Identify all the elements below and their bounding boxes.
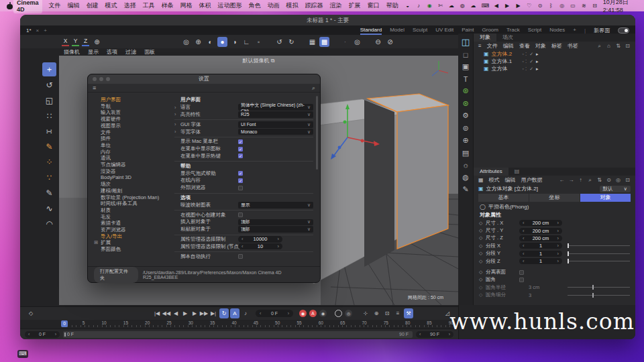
viewport-menu-item[interactable]: 显示 bbox=[88, 48, 99, 56]
next-key-icon[interactable]: ▶▶ bbox=[199, 308, 209, 318]
current-frame-spinner[interactable]: ‹ 0 F › bbox=[256, 310, 293, 317]
record-pla-icon[interactable]: ◎ bbox=[345, 310, 352, 317]
attribute-property-row[interactable]: ◇ 圆角半径 ‹ 3 cm › 3 cm bbox=[474, 284, 635, 291]
tree-item-label[interactable]: 输入装置 bbox=[101, 109, 121, 115]
wifi-icon[interactable]: ≋ bbox=[581, 3, 586, 9]
input-source-icon[interactable]: ⌨ bbox=[482, 3, 488, 9]
tree-item-label[interactable]: 文件 bbox=[101, 129, 111, 135]
layout-tab[interactable]: UV Edit bbox=[435, 25, 453, 35]
preferences-row[interactable]: 语言 简体中文 (Simple Chinese) (zh-CN) ∨ ‹ 简体中… bbox=[174, 104, 313, 111]
minimize-window-icon[interactable] bbox=[99, 77, 103, 81]
keyframe-dot-icon[interactable]: ◇ bbox=[479, 221, 486, 226]
preferences-tree-item[interactable]: 视图显示 bbox=[94, 123, 172, 129]
popout-icon[interactable]: ⊡ bbox=[625, 177, 631, 184]
attribute-property-row[interactable]: ◇ 尺寸 . X ‹ 200 cm › 200 cm bbox=[474, 219, 635, 227]
tree-item-label[interactable]: BodyPaint 3D bbox=[101, 174, 131, 180]
object-name[interactable]: 立方体.2 bbox=[492, 50, 520, 58]
menubar-item[interactable]: 窗口 bbox=[368, 1, 380, 10]
preferences-tree-item[interactable]: ⊞ 扩展 bbox=[94, 239, 172, 246]
record-scale-icon[interactable]: ◉ bbox=[319, 310, 327, 317]
menubar-item[interactable]: 角色 bbox=[249, 1, 261, 10]
menubar-item[interactable]: 工具 bbox=[143, 1, 155, 10]
tree-item-label[interactable]: 导入/导出 bbox=[101, 233, 122, 239]
tree-item-label[interactable]: 场次 bbox=[101, 181, 111, 187]
keyboard-icon[interactable]: ⌨ bbox=[17, 350, 28, 358]
tree-item-label[interactable]: 通讯 bbox=[101, 155, 111, 161]
timeline-ruler[interactable]: 0 051015202530354045505560657075808590 bbox=[20, 320, 458, 328]
spinner-right-icon[interactable]: › bbox=[557, 235, 559, 241]
keyframe-dot-icon[interactable]: ◇ bbox=[479, 259, 486, 264]
tracker-icon[interactable]: ⊚ bbox=[462, 124, 468, 133]
setting-checkbox[interactable] bbox=[238, 213, 243, 217]
attribute-property-row[interactable]: ◇ 尺寸 . Y ‹ 200 cm › 200 cm bbox=[474, 227, 635, 234]
om-menu-item[interactable]: 查看 bbox=[519, 42, 530, 50]
layout-tab[interactable]: Standard bbox=[360, 25, 382, 35]
axis-band2-icon[interactable]: ⊘ bbox=[385, 37, 395, 47]
spinner-right-icon[interactable]: › bbox=[278, 243, 280, 249]
dropdown-value[interactable]: UI Font bbox=[241, 122, 256, 127]
value-spinner[interactable]: ‹ 200 cm › bbox=[519, 228, 562, 234]
spinner-right-icon[interactable]: › bbox=[557, 228, 559, 234]
tag-flag-icon[interactable]: ▸ bbox=[536, 66, 539, 72]
spinner-left-icon[interactable]: ‹ bbox=[28, 332, 30, 337]
preferences-tree-item[interactable]: 资产浏览器 bbox=[94, 227, 172, 233]
visibility-dots-icon[interactable]: ◦ ⁚ bbox=[523, 52, 527, 57]
enabled-check-icon[interactable]: ✓ bbox=[529, 59, 533, 64]
search-icon[interactable]: ⌕ bbox=[596, 43, 602, 50]
menubar-item[interactable]: 编辑 bbox=[68, 1, 80, 10]
om-menu-item[interactable]: 文件 bbox=[487, 42, 498, 50]
preferences-tree-item[interactable]: 通讯 bbox=[94, 155, 172, 162]
close-tab-icon[interactable]: × bbox=[36, 27, 40, 34]
range-slider[interactable]: 0 F 90 F bbox=[63, 331, 413, 338]
record-auto-icon[interactable]: A bbox=[309, 310, 317, 317]
model-cubes-icon[interactable]: ⁘ bbox=[42, 155, 56, 169]
dropdown-value[interactable]: R25 bbox=[241, 112, 249, 117]
range-end-value[interactable]: 90 F bbox=[430, 332, 439, 337]
tab-objects[interactable]: 对象 bbox=[474, 34, 496, 42]
axis-band-icon[interactable]: ⊖ bbox=[373, 37, 383, 47]
tree-item-label[interactable]: 资产浏览器 bbox=[101, 227, 126, 233]
setting-checkbox[interactable] bbox=[238, 154, 243, 158]
visibility-dots-icon[interactable]: ◦ ⁚ bbox=[523, 66, 527, 72]
setting-spinner[interactable]: ‹ 10 › bbox=[238, 243, 282, 250]
preferences-tree-item[interactable]: 文件 bbox=[94, 129, 172, 136]
property-slider[interactable] bbox=[568, 245, 630, 246]
cube-icon[interactable]: ▣ bbox=[462, 62, 469, 71]
tab-takes[interactable]: 场次 bbox=[496, 34, 519, 42]
spinner-left-icon[interactable]: ‹ bbox=[523, 228, 525, 234]
spinner-left-icon[interactable]: ‹ bbox=[523, 243, 525, 249]
setting-dropdown[interactable]: 显示 ∨ bbox=[238, 202, 313, 208]
setting-dropdown[interactable]: UI Font ∨ bbox=[238, 121, 313, 128]
spinner-left-icon[interactable]: ‹ bbox=[241, 243, 244, 249]
preferences-row[interactable]: 在菜单中显示热键 ∨ ‹ › bbox=[174, 153, 313, 160]
viewport-menu-item[interactable]: 选项 bbox=[107, 48, 117, 56]
viewport-menu-item[interactable]: 摄像机 bbox=[64, 48, 80, 56]
model-brush-icon[interactable]: ✎ bbox=[42, 139, 56, 154]
current-frame-value[interactable]: 0 F bbox=[271, 311, 278, 316]
menubar-item[interactable]: 模式 bbox=[105, 1, 117, 10]
move-filter-icon[interactable]: ⊹ bbox=[361, 308, 370, 318]
target-icon[interactable]: ◎ bbox=[352, 37, 362, 47]
preferences-tree-item[interactable]: 界面颜色 bbox=[94, 246, 172, 253]
keyframe-dot-icon[interactable]: ◇ bbox=[479, 251, 486, 256]
mode-grid-icon[interactable]: ▦ bbox=[478, 177, 484, 183]
forward-icon[interactable]: → bbox=[568, 177, 574, 184]
material-icon[interactable]: ◍ bbox=[462, 173, 469, 182]
layers-tab-icon[interactable]: ▤ bbox=[508, 168, 526, 176]
ui-toggle-switch[interactable] bbox=[618, 27, 629, 34]
preferences-row[interactable]: 帮助 ∨ ‹ › bbox=[174, 162, 313, 170]
preferences-tree-item[interactable]: 节点编辑器 bbox=[94, 162, 172, 168]
spinner-left-icon[interactable]: ‹ bbox=[523, 258, 525, 264]
setting-dropdown[interactable]: 顶部 ∨ bbox=[238, 219, 313, 226]
prev-key-icon[interactable]: ◀◀ bbox=[162, 308, 171, 318]
spinner-value[interactable]: 10000 bbox=[254, 236, 268, 242]
new-ui-button[interactable]: 新界面 bbox=[594, 27, 610, 34]
menubar-item[interactable]: 网格 bbox=[180, 1, 193, 10]
preferences-tree-item[interactable]: 渲染器 bbox=[94, 168, 172, 175]
account-icon[interactable]: ⊙ bbox=[537, 3, 543, 9]
axis-y-toggle[interactable]: Y bbox=[72, 38, 79, 46]
bluetooth-icon[interactable]: ᛒ bbox=[548, 3, 553, 9]
model-spheres-icon[interactable]: ∵ bbox=[42, 170, 56, 184]
preferences-titlebar[interactable]: 设置 bbox=[88, 74, 320, 84]
gear-icon[interactable]: ⚙ bbox=[462, 111, 469, 120]
